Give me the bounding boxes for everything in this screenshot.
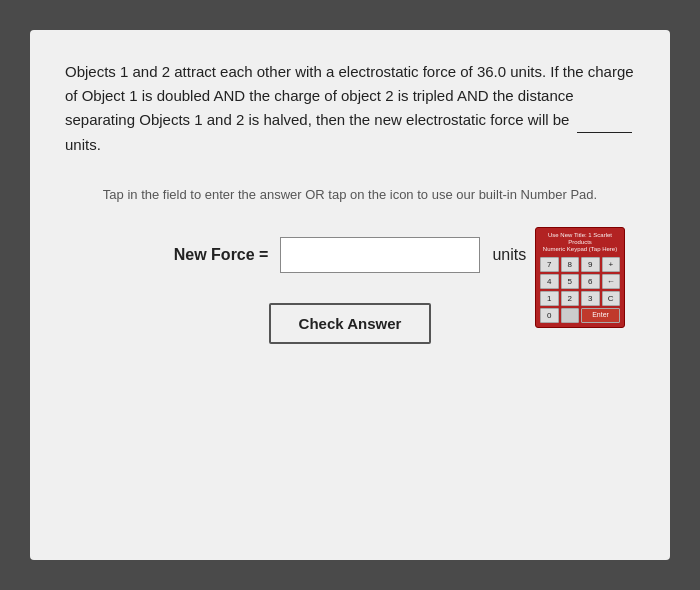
numpad-key-3[interactable]: 3	[581, 291, 600, 306]
numpad-key-plus[interactable]: +	[602, 257, 621, 272]
numpad-key-5[interactable]: 5	[561, 274, 580, 289]
numpad-key-6[interactable]: 6	[581, 274, 600, 289]
instruction-text: Tap in the field to enter the answer OR …	[65, 187, 635, 202]
blank-line	[577, 108, 632, 133]
numpad-title: Use New Title: 1 Scarlet Products Numeri…	[540, 232, 620, 254]
numpad-key-c[interactable]: C	[602, 291, 621, 306]
numpad-key-1[interactable]: 1	[540, 291, 559, 306]
numpad-key-back[interactable]: ←	[602, 274, 621, 289]
numpad-grid: 7 8 9 + 4 5 6 ← 1 2 3 C 0 Enter	[540, 257, 620, 323]
numpad-key-9[interactable]: 9	[581, 257, 600, 272]
numpad-key-blank1	[561, 308, 580, 323]
answer-input[interactable]	[280, 237, 480, 273]
numpad-key-8[interactable]: 8	[561, 257, 580, 272]
numpad-key-4[interactable]: 4	[540, 274, 559, 289]
units-label: units	[492, 246, 526, 264]
numpad-key-enter[interactable]: Enter	[581, 308, 620, 323]
will-be-text: will be	[528, 111, 570, 128]
check-answer-button[interactable]: Check Answer	[269, 303, 432, 344]
numpad-key-2[interactable]: 2	[561, 291, 580, 306]
numpad-key-0[interactable]: 0	[540, 308, 559, 323]
numpad-widget[interactable]: Use New Title: 1 Scarlet Products Numeri…	[535, 227, 625, 328]
input-row: New Force = units Use New Title: 1 Scarl…	[65, 237, 635, 273]
main-card: Objects 1 and 2 attract each other with …	[30, 30, 670, 560]
numpad-key-7[interactable]: 7	[540, 257, 559, 272]
question-text: Objects 1 and 2 attract each other with …	[65, 60, 635, 157]
new-force-label: New Force =	[174, 246, 269, 264]
